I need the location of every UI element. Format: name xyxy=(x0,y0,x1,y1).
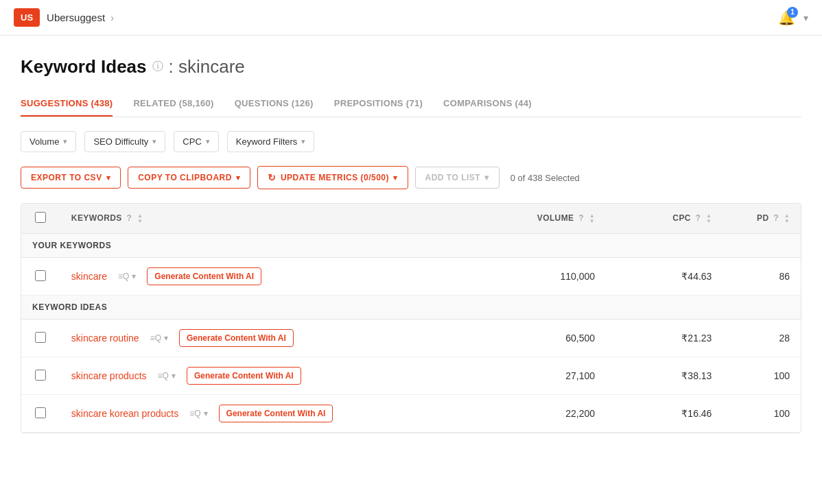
keyword-search-icon-btn[interactable]: ≡Q ▾ xyxy=(187,407,210,420)
keywords-help-icon[interactable]: ? xyxy=(126,213,132,223)
tab-prepositions[interactable]: PREPOSITIONS (71) xyxy=(334,91,423,117)
table-header-row: KEYWORDS ? ▲▼ VOLUME ? ▲▼ CP xyxy=(21,204,801,234)
keyword-cell-inner: skincare products ≡Q ▾ Generate Content … xyxy=(71,367,478,385)
filters-row: Volume ▾ SEO Difficulty ▾ CPC ▾ Keyword … xyxy=(21,131,801,152)
cpc-filter[interactable]: CPC ▾ xyxy=(174,131,218,152)
tab-questions[interactable]: QUESTIONS (126) xyxy=(235,91,314,117)
title-info-icon[interactable]: ⓘ xyxy=(152,60,163,74)
keyword-link[interactable]: skincare products xyxy=(71,370,147,381)
volume-cell: 27,100 xyxy=(489,357,606,395)
tab-comparisons[interactable]: COMPARISONS (44) xyxy=(443,91,532,117)
table-row: skincare routine ≡Q ▾ Generate Content W… xyxy=(21,320,801,357)
pd-cell: 86 xyxy=(723,258,801,296)
keyword-actions: ≡Q ▾ xyxy=(155,370,178,382)
tab-suggestions[interactable]: SUGGESTIONS (438) xyxy=(21,91,113,117)
keyword-action-chevron: ▾ xyxy=(204,409,208,418)
keywords-table-container: KEYWORDS ? ▲▼ VOLUME ? ▲▼ CP xyxy=(21,203,801,433)
header-checkbox-col xyxy=(21,204,60,234)
header-cpc: CPC ? ▲▼ xyxy=(606,204,723,234)
keyword-link[interactable]: skincare xyxy=(71,271,107,282)
generate-content-btn[interactable]: Generate Content With AI xyxy=(179,329,294,347)
update-chevron-icon: ▾ xyxy=(393,173,398,182)
search-list-icon: ≡Q xyxy=(158,371,169,381)
keyword-search-icon-btn[interactable]: ≡Q ▾ xyxy=(155,370,178,382)
pd-sort-icons[interactable]: ▲▼ xyxy=(784,213,790,224)
keyword-cell: skincare korean products ≡Q ▾ Generate C… xyxy=(60,395,489,433)
refresh-icon: ↻ xyxy=(268,172,277,183)
export-chevron-icon: ▾ xyxy=(106,173,111,182)
row-checkbox-cell xyxy=(21,357,60,395)
row-checkbox-cell xyxy=(21,320,60,357)
generate-content-btn[interactable]: Generate Content With AI xyxy=(187,367,301,385)
top-nav: US Ubersuggest › 🔔 1 ▾ xyxy=(0,0,822,36)
table-row: skincare korean products ≡Q ▾ Generate C… xyxy=(21,395,801,433)
cpc-cell: ₹16.46 xyxy=(606,395,723,433)
volume-sort-icons[interactable]: ▲▼ xyxy=(589,213,595,224)
row-checkbox[interactable] xyxy=(35,407,46,418)
page-title-section: Keyword Ideas ⓘ : skincare xyxy=(21,56,801,77)
tabs-container: SUGGESTIONS (438) RELATED (58,160) QUEST… xyxy=(21,91,801,117)
nav-brand[interactable]: Ubersuggest xyxy=(47,12,105,23)
keyword-filters[interactable]: Keyword Filters ▾ xyxy=(227,131,315,152)
row-checkbox[interactable] xyxy=(35,332,46,343)
keyword-actions: ≡Q ▾ xyxy=(148,332,171,344)
main-content: Keyword Ideas ⓘ : skincare SUGGESTIONS (… xyxy=(0,36,822,447)
table-row: skincare ≡Q ▾ Generate Content With AI xyxy=(21,258,801,296)
keyword-action-chevron: ▾ xyxy=(172,371,176,381)
keyword-link[interactable]: skincare korean products xyxy=(71,408,178,419)
keyword-link[interactable]: skincare routine xyxy=(71,333,139,344)
generate-content-btn[interactable]: Generate Content With AI xyxy=(219,405,333,422)
cpc-help-icon[interactable]: ? xyxy=(696,213,701,223)
keyword-cell-inner: skincare ≡Q ▾ Generate Content With AI xyxy=(71,267,478,285)
cpc-sort-icons[interactable]: ▲▼ xyxy=(706,213,712,224)
header-volume: VOLUME ? ▲▼ xyxy=(489,204,606,234)
keyword-actions: ≡Q ▾ xyxy=(187,407,210,420)
keyword-cell-inner: skincare routine ≡Q ▾ Generate Content W… xyxy=(71,329,478,347)
actions-row: EXPORT TO CSV ▾ COPY TO CLIPBOARD ▾ ↻ UP… xyxy=(21,166,801,189)
keyword-cell: skincare ≡Q ▾ Generate Content With AI xyxy=(60,258,489,296)
row-checkbox[interactable] xyxy=(35,370,46,381)
keyword-search-icon-btn[interactable]: ≡Q ▾ xyxy=(148,332,171,344)
pd-cell: 100 xyxy=(723,395,801,433)
keyword-cell: skincare routine ≡Q ▾ Generate Content W… xyxy=(60,320,489,357)
volume-cell: 60,500 xyxy=(489,320,606,357)
pd-help-icon[interactable]: ? xyxy=(773,213,779,223)
nav-left: US Ubersuggest › xyxy=(14,8,114,27)
nav-right: 🔔 1 ▾ xyxy=(778,10,808,26)
header-pd: PD ? ▲▼ xyxy=(723,204,801,234)
page-title: Keyword Ideas xyxy=(21,56,147,77)
pd-cell: 100 xyxy=(723,357,801,395)
generate-content-btn[interactable]: Generate Content With AI xyxy=(147,267,261,285)
notification-bell[interactable]: 🔔 1 xyxy=(778,10,795,26)
page-keyword: : skincare xyxy=(169,56,245,77)
add-to-list-button[interactable]: ADD TO LIST ▾ xyxy=(415,167,500,189)
copy-clipboard-button[interactable]: COPY TO CLIPBOARD ▾ xyxy=(128,167,250,189)
search-list-icon: ≡Q xyxy=(189,409,200,418)
nav-chevron-icon[interactable]: ▾ xyxy=(803,12,808,23)
row-checkbox-cell xyxy=(21,258,60,296)
export-csv-button[interactable]: EXPORT TO CSV ▾ xyxy=(21,167,121,189)
keywords-sort-icons[interactable]: ▲▼ xyxy=(137,213,143,224)
volume-filter[interactable]: Volume ▾ xyxy=(21,131,76,152)
search-list-icon: ≡Q xyxy=(150,333,161,343)
volume-cell: 110,000 xyxy=(489,258,606,296)
volume-cell: 22,200 xyxy=(489,395,606,433)
keyword-action-chevron: ▾ xyxy=(164,333,168,343)
row-checkbox[interactable] xyxy=(35,270,46,281)
volume-help-icon[interactable]: ? xyxy=(578,213,584,223)
notification-badge: 1 xyxy=(787,7,798,18)
keywords-table: KEYWORDS ? ▲▼ VOLUME ? ▲▼ CP xyxy=(21,204,801,433)
your-keywords-section-header: YOUR KEYWORDS xyxy=(21,234,801,258)
keyword-cell-inner: skincare korean products ≡Q ▾ Generate C… xyxy=(71,405,478,422)
tab-related[interactable]: RELATED (58,160) xyxy=(133,91,213,117)
update-metrics-button[interactable]: ↻ UPDATE METRICS (0/500) ▾ xyxy=(257,166,408,189)
seo-difficulty-filter[interactable]: SEO Difficulty ▾ xyxy=(84,131,165,152)
cpc-cell: ₹38.13 xyxy=(606,357,723,395)
seo-chevron-icon: ▾ xyxy=(152,137,156,146)
select-all-checkbox[interactable] xyxy=(35,212,46,223)
keyword-ideas-section-header: KEYWORD IDEAS xyxy=(21,296,801,320)
keyword-actions: ≡Q ▾ xyxy=(115,270,139,283)
keyword-action-chevron: ▾ xyxy=(132,272,136,281)
row-checkbox-cell xyxy=(21,395,60,433)
keyword-search-icon-btn[interactable]: ≡Q ▾ xyxy=(115,270,139,283)
